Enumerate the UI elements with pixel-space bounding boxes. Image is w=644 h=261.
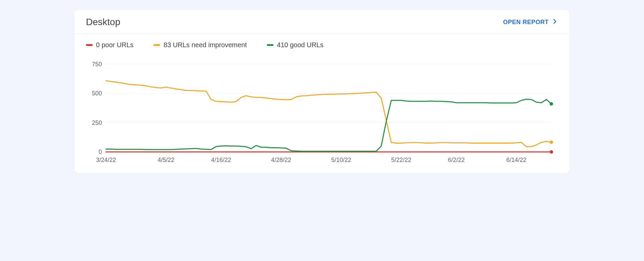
legend-item-poor[interactable]: 0 poor URLs [86,41,133,49]
y-tick-label: 750 [92,61,102,68]
swatch-need-improvement [153,44,160,46]
y-tick-label: 0 [99,149,102,155]
open-report-label: OPEN REPORT [503,19,549,26]
legend-label-poor: 0 poor URLs [96,41,133,49]
series-line-need_improvement [106,81,551,147]
core-web-vitals-card: Desktop OPEN REPORT 0 poor URLs 83 URLs … [75,10,569,173]
legend-label-good: 410 good URLs [277,41,323,49]
open-report-link[interactable]: OPEN REPORT [503,18,558,26]
x-tick-label: 6/2/22 [448,157,465,163]
chevron-right-icon [551,18,558,26]
series-end-dot-poor [550,150,553,154]
legend-item-need-improvement[interactable]: 83 URLs need improvement [153,41,247,49]
legend-label-need-improvement: 83 URLs need improvement [164,41,247,49]
x-tick-label: 4/16/22 [211,157,231,163]
series-end-dot-good [550,102,553,106]
x-tick-label: 4/28/22 [271,157,291,163]
legend: 0 poor URLs 83 URLs need improvement 410… [75,34,569,52]
y-tick-label: 500 [92,90,102,97]
y-tick-label: 250 [92,119,102,126]
chart-area: 02505007503/24/224/5/224/16/224/28/225/1… [75,52,569,173]
x-tick-label: 6/14/22 [506,157,526,163]
card-title: Desktop [86,17,120,27]
series-end-dot-need_improvement [550,141,553,144]
x-tick-label: 4/5/22 [158,157,175,163]
x-tick-label: 3/24/22 [96,157,116,163]
x-tick-label: 5/10/22 [331,157,351,163]
card-header: Desktop OPEN REPORT [75,10,569,34]
legend-item-good[interactable]: 410 good URLs [267,41,323,49]
swatch-good [267,44,274,46]
line-chart: 02505007503/24/224/5/224/16/224/28/225/1… [86,55,558,165]
x-tick-label: 5/22/22 [391,157,411,163]
swatch-poor [86,44,93,46]
